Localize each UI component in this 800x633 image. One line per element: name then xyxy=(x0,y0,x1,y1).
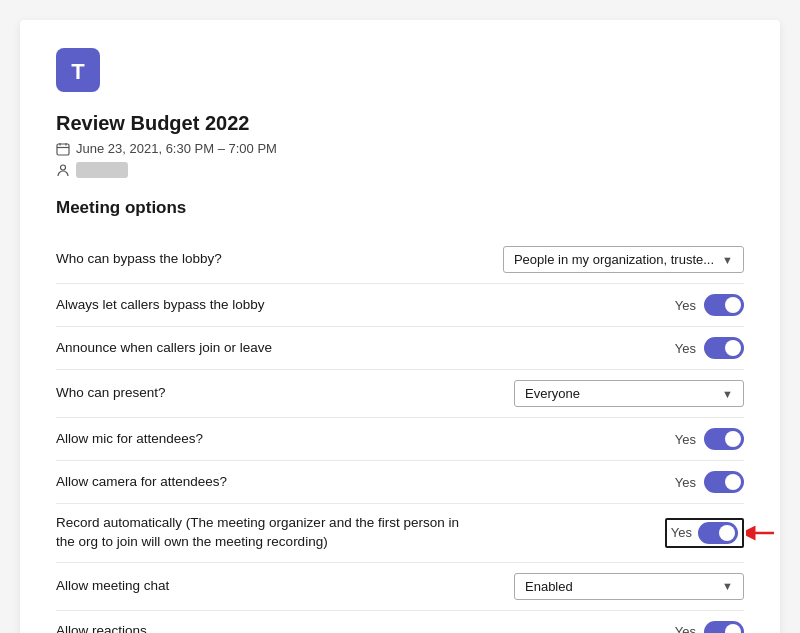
option-record-auto: Record automatically (The meeting organi… xyxy=(56,504,744,563)
option-label-who-present: Who can present? xyxy=(56,384,166,403)
allow-reactions-toggle[interactable] xyxy=(704,621,744,633)
meeting-options-card: T Review Budget 2022 June 23, 2021, 6:30… xyxy=(20,20,780,633)
option-label-always-bypass: Always let callers bypass the lobby xyxy=(56,296,265,315)
option-label-allow-mic: Allow mic for attendees? xyxy=(56,430,203,449)
meeting-title: Review Budget 2022 xyxy=(56,112,744,135)
option-control-record-auto: Yes xyxy=(514,518,744,548)
announce-join-toggle[interactable] xyxy=(704,337,744,359)
red-arrow-icon xyxy=(746,522,778,544)
option-allow-chat: Allow meeting chat Enabled ▼ xyxy=(56,563,744,611)
who-present-arrow: ▼ xyxy=(722,388,733,400)
option-control-bypass-lobby: People in my organization, truste... ▼ xyxy=(503,246,744,273)
option-label-record-auto: Record automatically (The meeting organi… xyxy=(56,514,476,552)
teams-logo: T xyxy=(56,48,744,112)
option-label-bypass-lobby: Who can bypass the lobby? xyxy=(56,250,222,269)
option-control-who-present: Everyone ▼ xyxy=(514,380,744,407)
bypass-lobby-arrow: ▼ xyxy=(722,254,733,266)
option-control-allow-mic: Yes xyxy=(514,428,744,450)
red-arrow-indicator xyxy=(746,522,778,544)
record-auto-yes: Yes xyxy=(671,525,692,540)
organizer-avatar xyxy=(76,162,128,178)
calendar-icon xyxy=(56,142,70,156)
option-bypass-lobby: Who can bypass the lobby? People in my o… xyxy=(56,236,744,284)
svg-rect-2 xyxy=(57,144,69,155)
option-control-allow-reactions: Yes xyxy=(514,621,744,633)
allow-camera-toggle[interactable] xyxy=(704,471,744,493)
bypass-lobby-dropdown[interactable]: People in my organization, truste... ▼ xyxy=(503,246,744,273)
meeting-datetime: June 23, 2021, 6:30 PM – 7:00 PM xyxy=(56,141,744,156)
option-label-announce-join: Announce when callers join or leave xyxy=(56,339,272,358)
option-announce-join: Announce when callers join or leave Yes xyxy=(56,327,744,370)
person-icon xyxy=(56,163,70,177)
option-control-always-bypass: Yes xyxy=(514,294,744,316)
options-list: Who can bypass the lobby? People in my o… xyxy=(56,236,744,633)
option-allow-mic: Allow mic for attendees? Yes xyxy=(56,418,744,461)
meeting-organizer xyxy=(56,162,744,178)
option-control-allow-camera: Yes xyxy=(514,471,744,493)
option-always-bypass: Always let callers bypass the lobby Yes xyxy=(56,284,744,327)
option-allow-reactions: Allow reactions Yes xyxy=(56,611,744,633)
who-present-value: Everyone xyxy=(525,386,580,401)
option-label-allow-reactions: Allow reactions xyxy=(56,622,147,633)
who-present-dropdown[interactable]: Everyone ▼ xyxy=(514,380,744,407)
option-who-present: Who can present? Everyone ▼ xyxy=(56,370,744,418)
record-highlight: Yes xyxy=(665,518,744,548)
allow-mic-toggle[interactable] xyxy=(704,428,744,450)
always-bypass-toggle[interactable] xyxy=(704,294,744,316)
section-title: Meeting options xyxy=(56,198,744,218)
announce-join-yes: Yes xyxy=(675,341,696,356)
always-bypass-yes: Yes xyxy=(675,298,696,313)
record-auto-toggle[interactable] xyxy=(698,522,738,544)
svg-text:T: T xyxy=(71,59,85,84)
option-label-allow-camera: Allow camera for attendees? xyxy=(56,473,227,492)
option-control-announce-join: Yes xyxy=(514,337,744,359)
option-control-allow-chat: Enabled ▼ xyxy=(514,573,744,600)
allow-chat-value: Enabled xyxy=(525,579,573,594)
allow-chat-dropdown[interactable]: Enabled ▼ xyxy=(514,573,744,600)
allow-mic-yes: Yes xyxy=(675,432,696,447)
meeting-datetime-text: June 23, 2021, 6:30 PM – 7:00 PM xyxy=(76,141,277,156)
allow-camera-yes: Yes xyxy=(675,475,696,490)
svg-point-6 xyxy=(61,165,66,170)
bypass-lobby-value: People in my organization, truste... xyxy=(514,252,714,267)
allow-reactions-yes: Yes xyxy=(675,624,696,633)
option-allow-camera: Allow camera for attendees? Yes xyxy=(56,461,744,504)
option-label-allow-chat: Allow meeting chat xyxy=(56,577,169,596)
allow-chat-arrow: ▼ xyxy=(722,580,733,592)
